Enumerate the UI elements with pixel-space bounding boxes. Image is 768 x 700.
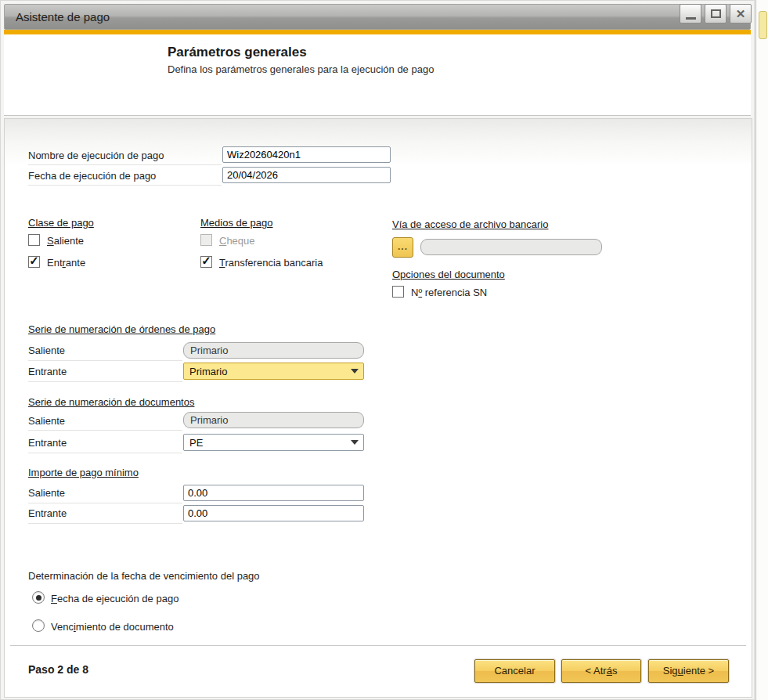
row-divider (28, 453, 182, 453)
due-date-determination-label: Determinación de la fecha de vencimiento… (28, 570, 260, 582)
payment-means-header: Medios de pago (200, 217, 273, 229)
entrante-checkbox[interactable] (28, 256, 40, 268)
doc-series-saliente-label: Saliente (28, 415, 65, 427)
sn-reference-checkbox[interactable] (392, 286, 404, 298)
close-icon: ✕ (736, 8, 746, 20)
wizard-header: Parámetros generales Defina los parámetr… (4, 34, 751, 116)
order-series-entrante-label: Entrante (28, 366, 67, 377)
cheque-checkbox-label: Cheque (219, 235, 255, 247)
minimum-amount-header: Importe de pago mínimo (28, 467, 139, 478)
close-button[interactable]: ✕ (730, 4, 752, 23)
min-amount-saliente-label: Saliente (28, 487, 65, 499)
run-date-radio-label: Fecha de ejecución de pago (51, 593, 178, 604)
cheque-checkbox (200, 234, 212, 246)
row-divider (28, 164, 222, 165)
doc-series-entrante-value: PE (189, 437, 203, 449)
doc-series-entrante-dropdown[interactable]: PE (183, 434, 364, 451)
transferencia-checkbox-label: Transferencia bancaria (219, 257, 323, 269)
min-amount-entrante-input[interactable] (183, 505, 364, 521)
row-divider (28, 523, 182, 524)
minimize-icon (686, 17, 696, 20)
browse-button[interactable]: ... (392, 237, 413, 258)
back-button[interactable]: < Atrás (561, 659, 641, 683)
next-button[interactable]: Siguiente > (648, 659, 729, 683)
entrante-checkbox-label: Entrante (47, 257, 85, 269)
footer-divider (10, 645, 746, 646)
payment-wizard-window: Asistente de pago ✕ Parámetros generales… (0, 0, 755, 700)
row-divider (28, 185, 222, 186)
cancel-button[interactable]: Cancelar (474, 659, 555, 683)
page-subtitle: Defina los parámetros generales para la … (168, 63, 434, 75)
bank-file-header: Vía de acceso de archivo bancario (392, 218, 548, 230)
document-due-radio[interactable] (32, 619, 45, 632)
run-name-label: Nombre de ejecución de pago (28, 150, 164, 161)
run-date-radio[interactable] (32, 591, 45, 604)
row-divider (28, 381, 182, 382)
document-series-header: Serie de numeración de documentos (28, 396, 194, 408)
doc-series-entrante-label: Entrante (28, 437, 67, 449)
order-series-saliente-field: Primario (183, 342, 364, 359)
transferencia-checkbox[interactable] (200, 256, 212, 268)
order-series-saliente-label: Saliente (28, 345, 65, 356)
document-options-header: Opciones del documento (392, 269, 505, 280)
min-amount-entrante-label: Entrante (28, 507, 67, 519)
maximize-button[interactable] (705, 4, 727, 23)
document-due-radio-label: Vencimiento de documento (51, 621, 174, 633)
min-amount-saliente-input[interactable] (183, 485, 364, 501)
minimize-button[interactable] (680, 4, 701, 23)
chevron-down-icon (351, 440, 359, 445)
window-controls: ✕ (680, 4, 752, 23)
order-series-entrante-value: Primario (189, 366, 227, 377)
row-divider (28, 360, 182, 361)
order-series-entrante-dropdown[interactable]: Primario (183, 363, 364, 380)
run-date-input[interactable] (222, 167, 391, 183)
doc-series-saliente-field: Primario (183, 412, 364, 428)
saliente-checkbox[interactable] (28, 234, 40, 246)
wizard-step-indicator: Paso 2 de 8 (28, 663, 88, 676)
maximize-icon (711, 9, 721, 18)
run-name-input[interactable] (222, 146, 391, 163)
row-divider (28, 430, 182, 431)
background-window-fragment (759, 11, 767, 39)
chevron-down-icon (351, 369, 359, 373)
window-title: Asistente de pago (16, 10, 110, 23)
bank-file-path-field (420, 239, 602, 255)
run-date-label: Fecha de ejecución de pago (28, 170, 156, 182)
payment-class-header: Clase de pago (28, 217, 94, 229)
page-title: Parámetros generales (168, 45, 307, 60)
title-bar[interactable]: Asistente de pago (4, 4, 751, 30)
payment-order-series-header: Serie de numeración de órdenes de pago (28, 323, 215, 335)
sn-reference-checkbox-label: Nº referencia SN (411, 287, 487, 298)
saliente-checkbox-label: Saliente (47, 235, 84, 247)
screen: Asistente de pago ✕ Parámetros generales… (0, 0, 768, 700)
row-divider (28, 503, 182, 503)
content-panel (4, 118, 752, 698)
background-window-edge (755, 0, 768, 700)
